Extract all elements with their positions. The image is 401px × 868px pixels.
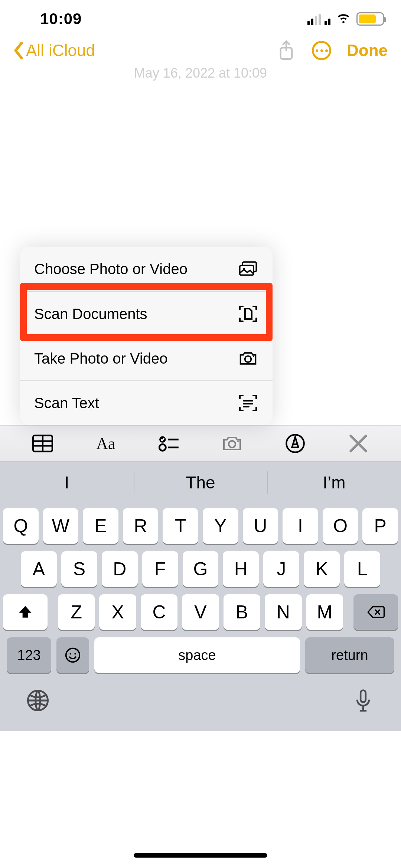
key-c[interactable]: C: [141, 594, 177, 630]
dictation-key[interactable]: [351, 689, 375, 714]
suggestion-bar: I The I’m: [0, 462, 401, 503]
globe-key[interactable]: [26, 689, 50, 714]
cellular-signal-icon: [307, 13, 321, 25]
key-row-1: Q W E R T Y U I O P: [3, 508, 398, 544]
back-label: All iCloud: [26, 41, 95, 60]
key-row-2: A S D F G H J K L: [3, 551, 398, 587]
scan-doc-icon: [238, 303, 258, 324]
key-a[interactable]: A: [21, 551, 57, 587]
svg-point-4: [245, 356, 251, 363]
note-body[interactable]: Choose Photo or Video Scan Documents: [0, 68, 401, 425]
svg-point-10: [237, 440, 239, 442]
more-button[interactable]: [312, 41, 331, 60]
menu-item-label: Take Photo or Video: [34, 350, 168, 367]
text-format-button[interactable]: Aa: [84, 429, 128, 458]
share-icon: [278, 40, 295, 61]
svg-rect-2: [240, 266, 254, 275]
share-button[interactable]: [276, 40, 296, 61]
svg-point-12: [66, 648, 80, 662]
key-f[interactable]: F: [142, 551, 178, 587]
key-j[interactable]: J: [263, 551, 299, 587]
camera-icon: [238, 348, 258, 369]
markup-button[interactable]: [273, 429, 317, 458]
aa-icon: Aa: [96, 434, 115, 453]
svg-point-5: [253, 356, 254, 357]
space-key[interactable]: space: [94, 637, 300, 673]
emoji-key[interactable]: [56, 637, 89, 673]
back-button[interactable]: All iCloud: [13, 41, 95, 60]
done-button[interactable]: Done: [347, 41, 388, 60]
checklist-button[interactable]: [147, 429, 191, 458]
key-l[interactable]: L: [344, 551, 380, 587]
key-x[interactable]: X: [99, 594, 136, 630]
key-p[interactable]: P: [362, 508, 398, 544]
svg-rect-16: [361, 690, 366, 702]
key-v[interactable]: V: [182, 594, 219, 630]
menu-item-take-photo[interactable]: Take Photo or Video: [20, 336, 273, 380]
suggestion[interactable]: I’m: [267, 462, 401, 503]
svg-point-8: [159, 444, 166, 451]
close-toolbar-button[interactable]: [336, 429, 381, 458]
chevron-left-icon: [13, 42, 24, 59]
key-w[interactable]: W: [43, 508, 79, 544]
menu-item-label: Choose Photo or Video: [34, 261, 188, 277]
table-icon: [32, 433, 53, 454]
key-d[interactable]: D: [102, 551, 138, 587]
key-k[interactable]: K: [304, 551, 340, 587]
key-s[interactable]: S: [61, 551, 97, 587]
key-h[interactable]: H: [223, 551, 259, 587]
close-icon: [348, 433, 369, 454]
return-key[interactable]: return: [305, 637, 394, 673]
camera-icon: [222, 433, 242, 454]
key-n[interactable]: N: [265, 594, 301, 630]
more-icon: [316, 49, 318, 52]
status-time: 10:09: [13, 10, 82, 28]
camera-attach-button[interactable]: [210, 429, 254, 458]
keyboard: I The I’m Q W E R T Y U I O P A S D F: [0, 462, 401, 731]
insert-menu: Choose Photo or Video Scan Documents: [0, 245, 401, 425]
key-y[interactable]: Y: [203, 508, 238, 544]
key-q[interactable]: Q: [3, 508, 39, 544]
key-o[interactable]: O: [323, 508, 358, 544]
backspace-key[interactable]: [353, 594, 398, 630]
key-row-4: 123 space return: [3, 637, 398, 673]
backspace-icon: [367, 605, 385, 620]
key-t[interactable]: T: [163, 508, 198, 544]
keyboard-bottom-row: [0, 679, 401, 731]
cellular-signal-secondary-icon: [325, 13, 330, 25]
table-button[interactable]: [20, 429, 65, 458]
status-bar: 10:09: [0, 0, 401, 33]
wifi-icon: [336, 13, 351, 25]
numbers-key[interactable]: 123: [7, 637, 51, 673]
emoji-icon: [65, 647, 81, 663]
key-z[interactable]: Z: [58, 594, 95, 630]
markup-icon: [285, 433, 306, 454]
photos-icon: [238, 259, 258, 279]
navigation-bar: All iCloud Done May 16, 2022 at 10:09: [0, 33, 401, 68]
mic-icon: [351, 689, 375, 712]
menu-item-scan-documents[interactable]: Scan Documents: [20, 291, 273, 336]
battery-icon: [356, 12, 384, 26]
svg-point-14: [74, 653, 76, 654]
key-g[interactable]: G: [183, 551, 219, 587]
suggestion[interactable]: The: [134, 462, 267, 503]
menu-item-label: Scan Text: [34, 395, 99, 412]
key-e[interactable]: E: [83, 508, 118, 544]
menu-item-choose-photo[interactable]: Choose Photo or Video: [20, 247, 273, 291]
shift-key[interactable]: [3, 594, 48, 630]
key-m[interactable]: M: [306, 594, 343, 630]
key-i[interactable]: I: [283, 508, 318, 544]
key-r[interactable]: R: [123, 508, 159, 544]
suggestion[interactable]: I: [0, 462, 134, 503]
key-b[interactable]: B: [224, 594, 260, 630]
scan-text-icon: [238, 393, 258, 413]
key-row-3: Z X C V B N M: [3, 594, 398, 630]
menu-item-scan-text[interactable]: Scan Text: [20, 380, 273, 425]
svg-point-9: [229, 441, 235, 448]
format-toolbar: Aa: [0, 425, 401, 462]
checklist-icon: [159, 433, 179, 454]
home-indicator[interactable]: [134, 853, 267, 858]
status-indicators: [307, 12, 388, 26]
key-u[interactable]: U: [243, 508, 278, 544]
svg-point-13: [69, 653, 71, 654]
